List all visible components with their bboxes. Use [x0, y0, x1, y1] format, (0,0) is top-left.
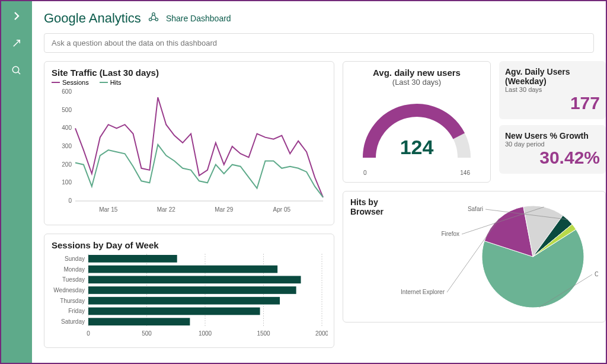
header: Google Analytics Share Dashboard	[44, 11, 594, 26]
pie-chart: ChromeInternet ExplorerFirefoxSafari	[397, 197, 598, 316]
svg-text:Saturday: Saturday	[61, 318, 85, 325]
svg-rect-30	[88, 276, 301, 283]
growth-title: New Users % Growth	[505, 131, 600, 141]
svg-text:0: 0	[68, 197, 72, 204]
svg-text:Mar 22: Mar 22	[157, 206, 176, 213]
pie-title: Hits by Browser	[350, 197, 392, 216]
pie-card: Hits by Browser ChromeInternet ExplorerF…	[343, 191, 606, 323]
svg-text:200: 200	[62, 161, 72, 168]
svg-text:Mar 29: Mar 29	[215, 206, 234, 213]
sessions-dow-card: Sessions by Day of Week 0500100015002000…	[44, 234, 334, 348]
share-button[interactable]: Share Dashboard	[166, 14, 231, 23]
svg-text:400: 400	[62, 124, 72, 131]
gauge-max: 146	[460, 170, 470, 176]
sessions-dow-title: Sessions by Day of Week	[52, 240, 327, 250]
svg-text:500: 500	[62, 107, 72, 113]
svg-text:Tuesday: Tuesday	[62, 276, 85, 283]
svg-text:100: 100	[62, 179, 72, 186]
svg-text:1500: 1500	[257, 330, 270, 337]
svg-text:Thursday: Thursday	[60, 298, 85, 304]
daily-users-card: Agv. Daily Users (Weekday) Last 30 days …	[499, 61, 606, 119]
svg-rect-26	[88, 255, 177, 263]
growth-card: New Users % Growth 30 day period 30.42%	[499, 125, 606, 174]
svg-text:500: 500	[142, 330, 152, 337]
daily-users-value: 177	[505, 93, 600, 113]
main-content: Google Analytics Share Dashboard Site Tr…	[32, 1, 606, 363]
share-icon[interactable]	[148, 12, 159, 25]
svg-text:Firefox: Firefox	[441, 231, 459, 237]
svg-text:Friday: Friday	[68, 308, 85, 314]
svg-point-3	[155, 18, 158, 21]
svg-text:0: 0	[87, 330, 90, 337]
svg-text:2000: 2000	[315, 330, 328, 337]
gauge-card: Avg. daily new users (Last 30 days) 124 …	[343, 61, 491, 183]
svg-text:Safari: Safari	[468, 206, 483, 212]
svg-text:1000: 1000	[199, 330, 212, 337]
svg-text:600: 600	[62, 88, 72, 95]
svg-text:300: 300	[62, 143, 72, 149]
svg-rect-34	[88, 297, 280, 305]
svg-point-2	[149, 18, 152, 21]
svg-text:Wednesday: Wednesday	[53, 287, 85, 293]
daily-users-sub: Last 30 days	[505, 86, 600, 93]
gauge-sub: (Last 30 days)	[392, 78, 441, 87]
site-traffic-chart: 0100200300400500600Mar 15Mar 22Mar 29Apr…	[52, 86, 328, 216]
svg-text:Monday: Monday	[63, 266, 85, 273]
growth-value: 30.42%	[505, 148, 600, 168]
site-traffic-card: Site Traffic (Last 30 days) Sessions Hit…	[44, 61, 334, 225]
svg-text:Sunday: Sunday	[65, 256, 85, 262]
svg-text:Apr 05: Apr 05	[273, 206, 291, 213]
gauge-chart: 124	[357, 87, 476, 170]
chevron-right-icon[interactable]	[11, 11, 22, 24]
svg-text:Chrome: Chrome	[595, 271, 598, 277]
page-title: Google Analytics	[44, 11, 141, 26]
svg-rect-32	[88, 286, 296, 294]
svg-text:Mar 15: Mar 15	[99, 206, 118, 213]
svg-rect-28	[88, 266, 277, 273]
site-traffic-legend: Sessions Hits	[52, 79, 327, 86]
svg-text:Internet Explorer: Internet Explorer	[401, 289, 445, 295]
svg-text:124: 124	[400, 136, 434, 158]
daily-users-title: Agv. Daily Users (Weekday)	[505, 67, 600, 86]
gauge-title: Avg. daily new users	[373, 68, 461, 78]
sessions-dow-chart: 0500100015002000SundayMondayTuesdayWedne…	[52, 250, 328, 339]
gauge-min: 0	[363, 170, 367, 176]
search-icon[interactable]	[11, 65, 22, 78]
legend-sessions: Sessions	[62, 79, 89, 86]
growth-sub: 30 day period	[505, 141, 600, 148]
sidebar	[1, 1, 32, 363]
svg-rect-38	[88, 318, 190, 325]
svg-rect-36	[88, 308, 260, 315]
ask-input[interactable]	[44, 33, 594, 53]
site-traffic-title: Site Traffic (Last 30 days)	[52, 68, 327, 78]
arrow-expand-icon[interactable]	[11, 38, 22, 51]
legend-hits: Hits	[110, 79, 122, 86]
svg-point-0	[12, 66, 19, 73]
